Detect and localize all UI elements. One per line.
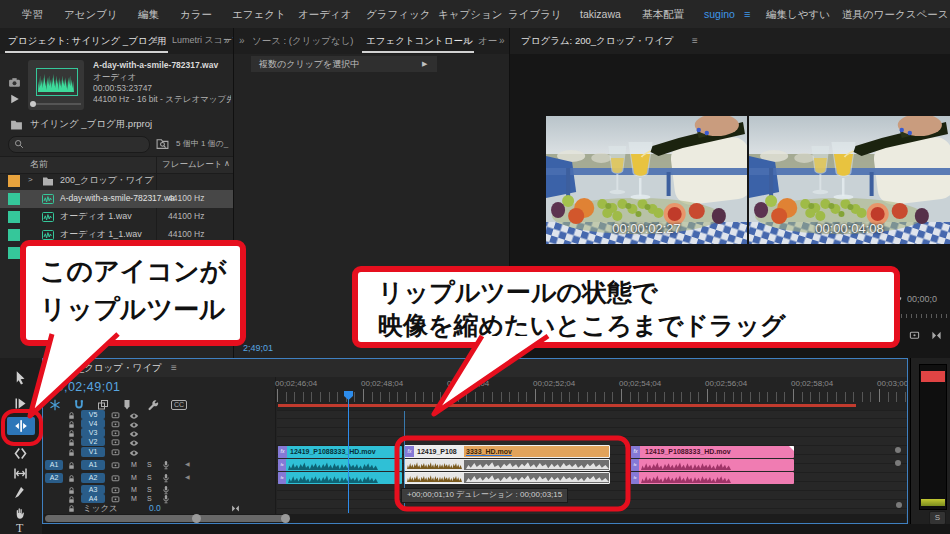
pen-tool[interactable] [14, 486, 27, 499]
track-scroll-handle[interactable] [896, 502, 902, 508]
hand-tool[interactable] [13, 506, 27, 520]
search-input[interactable] [8, 136, 150, 153]
solo-button[interactable]: S [147, 474, 152, 482]
clip-audio-pink-a2[interactable]: fx [631, 472, 794, 484]
lock-icon[interactable] [67, 438, 76, 447]
solo-button[interactable]: S [147, 461, 152, 469]
solo-button[interactable]: S [147, 495, 152, 503]
status-expand-icon[interactable]: ▶ [422, 60, 427, 68]
timeline-timecode[interactable]: 00;02;49;01 [49, 381, 121, 395]
project-file-name[interactable]: サイリング _ブログ用.prproj [30, 119, 152, 129]
close-icon[interactable]: × [51, 363, 56, 373]
panel-menu-icon[interactable]: ≡ [692, 35, 698, 46]
menu-item-tools-workspace[interactable]: 道具のワークスペース [842, 9, 948, 21]
tab-project[interactable]: プロジェクト: サイリング _ブログ用 [8, 36, 167, 46]
menu-item-captions[interactable]: キャプション [438, 9, 502, 21]
track-a2-button[interactable]: A2 [81, 473, 105, 483]
track-scroll-handle[interactable] [895, 447, 901, 453]
column-name[interactable]: 名前 [30, 160, 48, 170]
voiceover-mic-icon[interactable] [161, 473, 171, 483]
sync-lock-icon[interactable] [111, 420, 120, 429]
panel-menu-icon[interactable]: ≡ [464, 35, 470, 46]
menu-item-edit[interactable]: 編集 [138, 9, 159, 21]
mute-button[interactable]: M [131, 461, 137, 469]
workspace-menu-icon[interactable]: ≡ [744, 8, 750, 20]
mute-button[interactable]: M [131, 474, 137, 482]
bin-row-audio1[interactable]: オーディオ 1.wav 44100 Hz [0, 208, 233, 226]
menu-item-effects[interactable]: エフェクト [232, 9, 286, 21]
lock-icon[interactable] [67, 461, 76, 470]
voiceover-mic-icon[interactable] [161, 460, 171, 470]
panel-menu-icon[interactable]: ≡ [171, 362, 177, 373]
menu-item-color[interactable]: カラー [180, 9, 212, 21]
tab-overflow-icon[interactable]: » [224, 35, 230, 46]
sync-lock-icon[interactable] [111, 474, 120, 483]
lock-icon[interactable] [67, 486, 76, 495]
menu-item-easy-edit[interactable]: 編集しやすい [766, 9, 830, 21]
track-select-tool[interactable] [13, 396, 28, 411]
tab-overflow-icon[interactable]: » [239, 35, 245, 46]
keyframe-bowtie-icon[interactable] [231, 504, 240, 513]
preview-thumbnail[interactable] [28, 60, 84, 110]
lock-icon[interactable] [67, 411, 76, 420]
selection-tool[interactable] [13, 370, 28, 385]
timeline-scrollbar-thumb[interactable] [45, 515, 288, 522]
tab-overflow-icon-right[interactable]: » [499, 35, 505, 46]
preview-scrub-handle[interactable] [30, 101, 36, 107]
clip-audio-cyan-a2[interactable]: fx [278, 472, 402, 484]
source-track-a2-button[interactable]: A2 [45, 473, 63, 483]
lock-icon[interactable] [67, 420, 76, 429]
captions-cc-button[interactable]: CC [171, 400, 187, 410]
menu-item-assembly[interactable]: アセンブリ [64, 9, 118, 21]
menu-item-graphics[interactable]: グラフィック [366, 9, 430, 21]
menu-item-learn[interactable]: 学習 [22, 9, 43, 21]
menu-item-basic-layout[interactable]: 基本配置 [642, 9, 684, 21]
track-v1-button[interactable]: V1 [81, 447, 105, 457]
track-v5-button[interactable]: V5 [81, 410, 105, 419]
menu-item-audio[interactable]: オーディオ [298, 9, 351, 21]
menu-item-sugino-active[interactable]: sugino [704, 9, 735, 21]
lock-icon[interactable] [67, 474, 76, 483]
clip-video-cyan[interactable]: fx 12419_P1088333_HD.mov [278, 446, 402, 458]
nest-toggle-icon[interactable] [49, 399, 61, 411]
tab-effect-controls[interactable]: エフェクトコントロール [366, 36, 473, 46]
export-frame-icon[interactable] [931, 330, 942, 341]
source-track-a1-button[interactable]: A1 [45, 460, 63, 470]
sync-lock-icon[interactable] [111, 448, 120, 457]
timeline-settings-wrench-icon[interactable] [147, 399, 159, 411]
track-output-eye-icon[interactable] [129, 448, 139, 458]
sync-lock-icon[interactable] [111, 486, 120, 495]
clip-audio-selected-a1[interactable] [404, 459, 610, 471]
rolling-edit-tool[interactable] [13, 446, 28, 461]
extract-icon[interactable] [909, 330, 920, 341]
sync-lock-icon[interactable] [111, 461, 120, 470]
twirl-icon[interactable]: > [28, 176, 33, 185]
mute-button[interactable]: M [131, 486, 137, 494]
tab-source[interactable]: ソース : (クリップなし) [252, 36, 354, 46]
type-tool[interactable]: T [16, 522, 23, 534]
sort-icon[interactable]: ∧ [224, 160, 230, 169]
ripple-edit-tool-active[interactable] [7, 417, 35, 435]
track-v2-button[interactable]: V2 [81, 437, 105, 446]
scrollbar-zoom-handle-right[interactable] [281, 514, 290, 523]
clip-video-pink[interactable]: fx 12419_P1088333_HD.mov [631, 446, 794, 458]
sync-lock-icon[interactable] [111, 411, 120, 420]
tab-program[interactable]: プログラム: 200_クロップ・ワイプ [521, 36, 674, 46]
menu-item-libraries[interactable]: ライブラリ [508, 9, 562, 21]
solo-button[interactable]: S [147, 486, 152, 494]
clip-audio-cyan-a1[interactable]: fx [278, 459, 402, 471]
lock-icon[interactable] [67, 504, 76, 513]
tab-sequence[interactable]: 200_クロップ・ワイプ [63, 363, 162, 373]
track-a1-button[interactable]: A1 [81, 460, 105, 470]
bin-row-folder[interactable]: > 200_クロップ・ワイプ [0, 172, 233, 190]
bin-search-icon[interactable] [156, 137, 169, 150]
mix-value[interactable]: 0.0 [149, 504, 161, 513]
sync-lock-icon[interactable] [111, 438, 120, 447]
mute-button[interactable]: M [131, 495, 137, 503]
scrollbar-zoom-handle-left[interactable] [192, 514, 201, 523]
track-v3-button[interactable]: V3 [81, 428, 105, 437]
bin-row-audio-selected[interactable]: A-day-with-a-smile-782317.wa 44100 Hz [0, 190, 233, 208]
clip-audio-selected-a2[interactable] [404, 472, 610, 484]
track-a4-button[interactable]: A4 [81, 494, 105, 503]
tab-audio-mixer[interactable]: オー [478, 36, 497, 46]
